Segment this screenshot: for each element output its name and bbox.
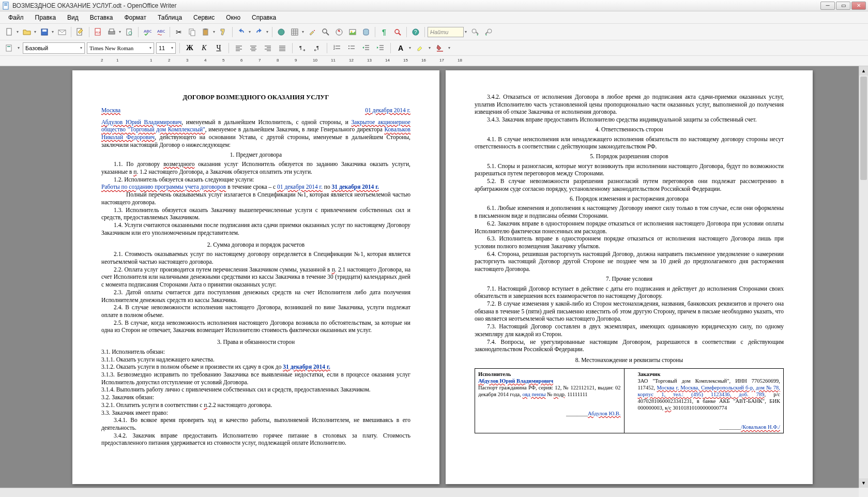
- find-dropdown[interactable]: ▾: [464, 29, 468, 34]
- menu-help[interactable]: Справка: [247, 12, 281, 23]
- p-3-4-2b: 3.4.2. Отказаться от исполнения Договора…: [475, 93, 784, 116]
- font-name-combo[interactable]: Times New Roman▾: [87, 42, 154, 54]
- menu-view[interactable]: Вид: [62, 12, 84, 23]
- table-button[interactable]: [288, 26, 301, 38]
- highlight-dropdown[interactable]: ▾: [428, 46, 432, 50]
- italic-button[interactable]: К: [198, 42, 210, 54]
- paste-dropdown[interactable]: ▾: [212, 29, 216, 34]
- close-button[interactable]: ✕: [851, 2, 866, 10]
- svg-rect-4: [7, 28, 11, 35]
- svg-rect-18: [191, 31, 195, 36]
- export-pdf-button[interactable]: PDF: [92, 26, 104, 38]
- page-2[interactable]: 3.4.2. Отказаться от исполнения Договора…: [446, 70, 813, 484]
- open-dropdown[interactable]: ▾: [33, 29, 37, 34]
- format-paintbrush-button[interactable]: [217, 26, 230, 38]
- bold-button[interactable]: Ж: [184, 42, 196, 54]
- bullet-list-button[interactable]: [345, 42, 358, 54]
- p-3-4-3: 3.4.3. Заказчик вправе предоставить Испо…: [475, 116, 784, 124]
- menu-file[interactable]: Файл: [3, 12, 29, 23]
- document-workspace[interactable]: ДОГОВОР ВОЗМЕЗДНОГО ОКАЗАНИЯ УСЛУГ Москв…: [0, 66, 859, 488]
- spellcheck-button[interactable]: ABC: [141, 26, 154, 38]
- bgcolor-button[interactable]: [434, 42, 446, 54]
- p-6-1: 6.1. Любые изменения и дополнения к наст…: [475, 204, 784, 219]
- menu-table[interactable]: Таблица: [153, 12, 187, 23]
- find-prev-button[interactable]: [482, 26, 495, 38]
- decrease-indent-button[interactable]: [360, 42, 372, 54]
- font-color-button[interactable]: A: [394, 42, 407, 54]
- p-1-3: 1.3. Исполнитель обязуется оказать Заказ…: [101, 206, 410, 221]
- scroll-down-button[interactable]: ▼: [859, 478, 868, 488]
- new-button[interactable]: [3, 26, 16, 38]
- align-right-button[interactable]: [262, 42, 274, 54]
- bgcolor-dropdown[interactable]: ▾: [447, 46, 451, 50]
- scroll-thumb[interactable]: [860, 77, 867, 180]
- help-button[interactable]: ?: [409, 26, 422, 38]
- redo-dropdown[interactable]: ▾: [265, 29, 269, 34]
- find-replace-button[interactable]: [319, 26, 332, 38]
- find-input[interactable]: Найти: [428, 27, 464, 37]
- email-button[interactable]: [56, 26, 68, 38]
- ltr-button[interactable]: ¶: [296, 42, 309, 54]
- hyperlink-button[interactable]: [275, 26, 287, 38]
- cut-button[interactable]: ✂: [173, 26, 185, 38]
- save-button[interactable]: [38, 26, 51, 38]
- align-left-button[interactable]: [233, 42, 245, 54]
- font-size-combo[interactable]: 11▾: [156, 42, 176, 54]
- print-button[interactable]: [105, 26, 118, 38]
- datasources-button[interactable]: [360, 26, 372, 38]
- p-3-2-1: 3.2.1. Оплатить услуги в соответствии с …: [101, 401, 410, 409]
- maximize-button[interactable]: ▭: [836, 2, 850, 10]
- align-center-button[interactable]: [247, 42, 260, 54]
- p-2-1: 2.1. Стоимость оказываемых услуг по наст…: [101, 250, 410, 265]
- save-dropdown[interactable]: ▾: [51, 29, 55, 34]
- p-4-1: 4.1. В случае неисполнения или ненадлежа…: [475, 135, 784, 150]
- horizontal-ruler[interactable]: 2 1 1 2 3 4 5 6 7 8 9 10 11 12 13 14 15 …: [0, 56, 868, 66]
- navigator-button[interactable]: [333, 26, 345, 38]
- menu-insert[interactable]: Вставка: [85, 12, 118, 23]
- rtl-button[interactable]: ¶: [311, 42, 323, 54]
- menu-window[interactable]: Окно: [221, 12, 246, 23]
- preview-button[interactable]: [123, 26, 135, 38]
- scroll-up-button[interactable]: ▲: [859, 66, 868, 76]
- nonprinting-button[interactable]: ¶: [378, 26, 390, 38]
- menu-format[interactable]: Формат: [119, 12, 151, 23]
- page-1[interactable]: ДОГОВОР ВОЗМЕЗДНОГО ОКАЗАНИЯ УСЛУГ Москв…: [72, 70, 439, 484]
- styles-button[interactable]: [3, 42, 16, 54]
- paragraph-style-combo[interactable]: Базовый▾: [23, 42, 85, 54]
- numbered-list-button[interactable]: 12: [331, 42, 343, 54]
- toolbar-separator: [424, 27, 425, 37]
- p-3-4-2: 3.4.2. Заказчик вправе предоставить Испо…: [101, 432, 410, 447]
- gallery-button[interactable]: [346, 26, 359, 38]
- vertical-scrollbar[interactable]: ▲ ▼: [859, 66, 868, 488]
- table-dropdown[interactable]: ▾: [301, 29, 305, 34]
- section-8-heading: 8. Местонахождение и реквизиты стороны: [475, 356, 784, 364]
- font-color-dropdown[interactable]: ▾: [408, 46, 412, 50]
- redo-button[interactable]: [253, 26, 265, 38]
- menu-bar: Файл Правка Вид Вставка Формат Таблица С…: [0, 11, 868, 24]
- p-7-2: 7.2. В случае изменения у какой-либо из …: [475, 300, 784, 323]
- undo-dropdown[interactable]: ▾: [248, 29, 252, 34]
- copy-button[interactable]: [186, 26, 199, 38]
- autospell-button[interactable]: ABC: [155, 26, 167, 38]
- toolbar-separator: [272, 27, 272, 37]
- find-next-button[interactable]: [469, 26, 481, 38]
- horizontal-scrollbar[interactable]: [0, 488, 859, 497]
- print-dropdown[interactable]: ▾: [118, 29, 122, 34]
- highlight-button[interactable]: [414, 42, 427, 54]
- undo-button[interactable]: [235, 26, 248, 38]
- menu-edit[interactable]: Правка: [30, 12, 62, 23]
- paste-button[interactable]: [200, 26, 212, 38]
- show-draw-button[interactable]: [306, 26, 318, 38]
- underline-button[interactable]: Ч: [212, 42, 225, 54]
- section-4-heading: 4. Ответственность сторон: [475, 126, 784, 133]
- align-justify-button[interactable]: [276, 42, 288, 54]
- increase-indent-button[interactable]: [374, 42, 387, 54]
- styles-dropdown[interactable]: ▾: [17, 46, 21, 50]
- edit-doc-button[interactable]: [74, 26, 86, 38]
- new-dropdown[interactable]: ▾: [16, 29, 20, 34]
- zoom-button[interactable]: [391, 26, 404, 38]
- toolbar-separator: [406, 27, 407, 37]
- menu-tools[interactable]: Сервис: [188, 12, 220, 23]
- open-button[interactable]: [21, 26, 33, 38]
- minimize-button[interactable]: ─: [820, 2, 835, 10]
